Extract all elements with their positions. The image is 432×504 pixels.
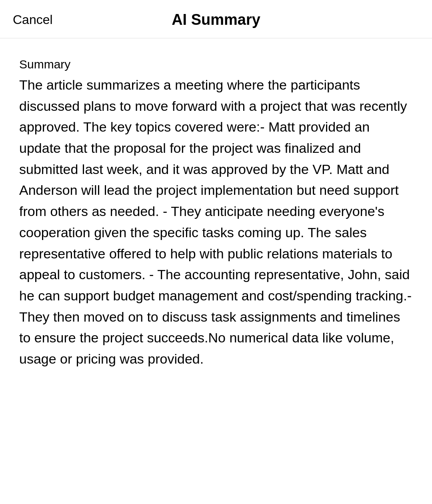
page-title: AI Summary xyxy=(172,11,260,28)
header: Cancel AI Summary xyxy=(0,0,432,38)
content-area: Summary The article summarizes a meeting… xyxy=(0,38,432,389)
cancel-button[interactable]: Cancel xyxy=(13,12,53,27)
summary-text: The article summarizes a meeting where t… xyxy=(19,74,413,370)
summary-label: Summary xyxy=(19,58,413,71)
